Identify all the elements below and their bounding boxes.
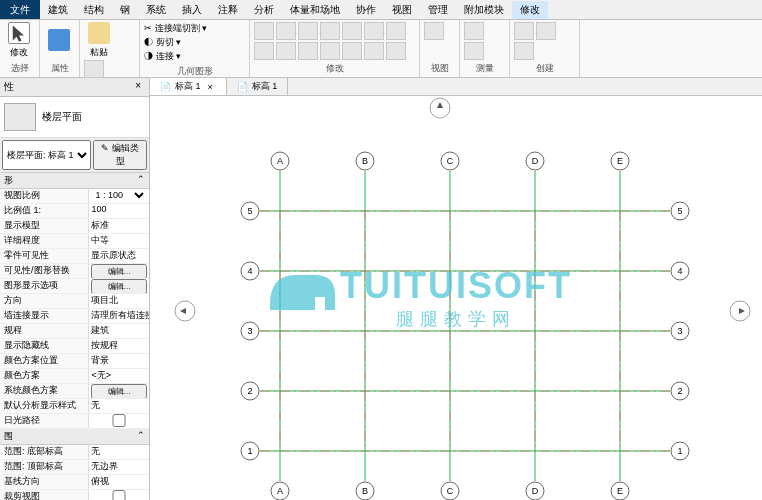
- svg-text:4: 4: [677, 266, 682, 276]
- mirror-button[interactable]: [298, 22, 318, 40]
- cut-geom-button[interactable]: ◐ 剪切 ▾: [144, 36, 181, 49]
- sun-path-checkbox[interactable]: [91, 414, 147, 427]
- ribbon-props-label: 属性: [44, 60, 75, 75]
- svg-text:2: 2: [677, 386, 682, 396]
- nav-pad-right[interactable]: [730, 301, 750, 321]
- parts-vis-field[interactable]: 显示原状态: [89, 249, 149, 263]
- show-hidden-field[interactable]: 按规程: [89, 339, 149, 353]
- unpin-button[interactable]: [320, 42, 340, 60]
- crop-view-checkbox[interactable]: [91, 490, 147, 500]
- delete-button[interactable]: [342, 42, 362, 60]
- svg-text:2: 2: [247, 386, 252, 396]
- properties-tool[interactable]: [44, 22, 74, 58]
- menu-massing[interactable]: 体量和场地: [282, 1, 348, 19]
- file-tab[interactable]: 文件: [0, 0, 40, 19]
- tab-level1-b[interactable]: 📄 标高 1: [227, 78, 289, 95]
- wall-join-field[interactable]: 清理所有墙连接: [89, 309, 149, 323]
- properties-title: 性: [4, 80, 14, 94]
- menu-steel[interactable]: 钢: [112, 1, 138, 19]
- vg-override-button[interactable]: 编辑...: [91, 264, 147, 278]
- color-scheme-field[interactable]: <无>: [89, 369, 149, 383]
- align-button[interactable]: [254, 22, 274, 40]
- offset-button[interactable]: [276, 22, 296, 40]
- svg-text:C: C: [447, 486, 454, 496]
- close-tab-a-button[interactable]: ×: [205, 82, 216, 92]
- demolish-button[interactable]: [386, 42, 406, 60]
- svg-text:1: 1: [247, 446, 252, 456]
- move-button[interactable]: [320, 22, 340, 40]
- svg-text:B: B: [362, 156, 368, 166]
- orientation-field[interactable]: 项目北: [89, 294, 149, 308]
- menu-collab[interactable]: 协作: [348, 1, 384, 19]
- dimension-tool[interactable]: [464, 42, 484, 60]
- menu-system[interactable]: 系统: [138, 1, 174, 19]
- create-assembly-button[interactable]: [514, 42, 534, 60]
- svg-text:3: 3: [247, 326, 252, 336]
- ribbon-measure-label: 测量: [464, 60, 505, 75]
- menu-addins[interactable]: 附加模块: [456, 1, 512, 19]
- cat-graphics-collapse[interactable]: ⌃: [137, 174, 145, 187]
- color-loc-field[interactable]: 背景: [89, 354, 149, 368]
- array-button[interactable]: [254, 42, 274, 60]
- cat-graphics: 形: [4, 174, 13, 187]
- svg-text:A: A: [277, 156, 283, 166]
- nav-pad-left[interactable]: [175, 301, 195, 321]
- pin-button[interactable]: [298, 42, 318, 60]
- svg-text:E: E: [617, 156, 623, 166]
- menu-bar: 文件 建筑 结构 钢 系统 插入 注释 分析 体量和场地 协作 视图 管理 附加…: [0, 0, 762, 20]
- type-thumbnail[interactable]: [4, 103, 36, 131]
- drawing-canvas[interactable]: AABBCCDDEE5544332211 TUITUISOFT 腿腿教学网: [150, 96, 762, 500]
- menu-annotate[interactable]: 注释: [210, 1, 246, 19]
- create-group-button[interactable]: [536, 22, 556, 40]
- detail-level-field[interactable]: 中等: [89, 234, 149, 248]
- view-tabs: 📄 标高 1× 📄 标高 1: [150, 78, 762, 96]
- discipline-field[interactable]: 建筑: [89, 324, 149, 338]
- cat-extents-collapse[interactable]: ⌃: [137, 430, 145, 443]
- split-button[interactable]: [386, 22, 406, 40]
- close-properties-button[interactable]: ×: [131, 80, 145, 94]
- nav-pad-top[interactable]: [430, 98, 450, 118]
- menu-analyze[interactable]: 分析: [246, 1, 282, 19]
- under-orient-field[interactable]: 俯视: [89, 475, 149, 489]
- measure-tool[interactable]: [464, 22, 484, 40]
- scale-button[interactable]: [276, 42, 296, 60]
- paste-button[interactable]: 粘贴: [84, 22, 114, 58]
- create-similar-button[interactable]: [514, 22, 534, 40]
- svg-text:E: E: [617, 486, 623, 496]
- default-disp-field[interactable]: 无: [89, 399, 149, 413]
- grid-drawing: AABBCCDDEE5544332211: [241, 152, 689, 500]
- menu-insert[interactable]: 插入: [174, 1, 210, 19]
- underlay-bot-field[interactable]: 无: [89, 445, 149, 459]
- join-geom-button[interactable]: ◑ 连接 ▾: [144, 50, 181, 63]
- svg-text:B: B: [362, 486, 368, 496]
- svg-text:A: A: [277, 486, 283, 496]
- view-scale-field[interactable]: 1 : 100: [91, 189, 147, 201]
- cut-icon: [88, 63, 100, 75]
- rotate-button[interactable]: [342, 22, 362, 40]
- menu-view[interactable]: 视图: [384, 1, 420, 19]
- display-model-field[interactable]: 标准: [89, 219, 149, 233]
- cut-button[interactable]: [84, 60, 104, 78]
- sys-color-button[interactable]: 编辑...: [91, 384, 147, 398]
- ribbon: 修改 选择 属性 粘贴 剪贴板 ✂ 连接端切割 ▾ ◐ 剪切 ▾ ◑ 连接 ▾: [0, 20, 762, 78]
- arrow-icon: [9, 23, 29, 43]
- edit-type-button[interactable]: ✎ 编辑类型: [93, 140, 147, 170]
- view-tool[interactable]: [424, 22, 444, 40]
- svg-text:5: 5: [247, 206, 252, 216]
- properties-panel: 性 × 楼层平面 楼层平面: 标高 1 ✎ 编辑类型 形⌃ 视图比例1 : 10…: [0, 78, 150, 500]
- ribbon-geom-label: 几何图形: [144, 63, 245, 78]
- menu-modify[interactable]: 修改: [512, 1, 548, 19]
- ribbon-create-label: 创建: [514, 60, 575, 75]
- join-cut-button[interactable]: ✂ 连接端切割 ▾: [144, 22, 207, 35]
- underlay-top-field[interactable]: 无边界: [89, 460, 149, 474]
- properties-grid: 形⌃ 视图比例1 : 100 比例值 1:100 显示模型标准 详细程度中等 零…: [0, 173, 149, 500]
- menu-manage[interactable]: 管理: [420, 1, 456, 19]
- graphic-opts-button[interactable]: 编辑...: [91, 279, 147, 293]
- canvas-area: 📄 标高 1× 📄 标高 1 AABBCCDDEE5544332211 TUIT…: [150, 78, 762, 500]
- tab-level1-a[interactable]: 📄 标高 1×: [150, 78, 227, 95]
- trim-button[interactable]: [364, 22, 384, 40]
- type-name: 楼层平面: [42, 110, 82, 124]
- element-type-selector[interactable]: 楼层平面: 标高 1: [2, 140, 91, 170]
- modify-tool[interactable]: 修改: [4, 22, 34, 58]
- group-button[interactable]: [364, 42, 384, 60]
